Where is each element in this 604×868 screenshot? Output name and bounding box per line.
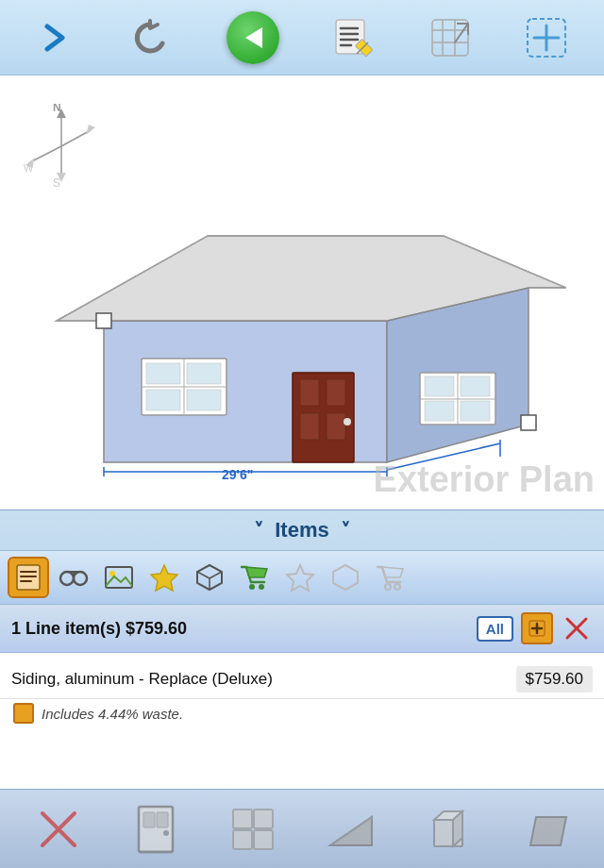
tool-button[interactable]	[428, 16, 472, 59]
svg-rect-96	[233, 810, 252, 828]
svg-marker-80	[287, 565, 313, 591]
expand-button[interactable]	[36, 19, 74, 57]
svg-rect-98	[233, 830, 252, 849]
svg-marker-105	[530, 817, 566, 845]
delete-bottom-button[interactable]	[30, 801, 87, 858]
list-button[interactable]	[332, 16, 376, 59]
svg-text:W: W	[24, 162, 34, 174]
svg-rect-47	[327, 379, 345, 406]
view-area: N S W	[0, 75, 604, 509]
add-item-button[interactable]	[521, 612, 553, 644]
svg-rect-97	[254, 810, 273, 828]
bottom-toolbar	[0, 789, 604, 868]
svg-rect-55	[461, 376, 490, 396]
svg-point-78	[249, 584, 255, 590]
grid-bottom-button[interactable]	[225, 801, 281, 858]
svg-line-75	[197, 572, 210, 578]
svg-rect-44	[187, 390, 221, 410]
svg-rect-71	[106, 567, 132, 588]
image-tool-button[interactable]	[98, 557, 140, 598]
box-bottom-button[interactable]	[420, 801, 477, 858]
exterior-plan-label: Exterior Plan	[374, 459, 595, 500]
svg-rect-48	[300, 413, 319, 440]
chevron-left-icon[interactable]: ˅	[254, 519, 263, 542]
svg-point-82	[385, 584, 391, 590]
all-button[interactable]: All	[477, 616, 513, 642]
list-tool-button[interactable]	[8, 557, 49, 598]
svg-rect-43	[146, 390, 180, 410]
svg-rect-92	[143, 812, 155, 827]
house-3d: 29'6"	[38, 132, 566, 481]
svg-text:N: N	[53, 104, 61, 114]
svg-point-83	[394, 584, 400, 590]
svg-rect-41	[146, 363, 180, 384]
svg-line-14	[455, 24, 468, 42]
undo-button[interactable]	[126, 14, 174, 61]
dimension-label: 29'6"	[222, 467, 253, 482]
svg-rect-7	[432, 20, 468, 56]
box-tool-button[interactable]	[189, 557, 230, 598]
add-button[interactable]	[525, 16, 568, 59]
svg-marker-81	[333, 565, 358, 590]
svg-rect-56	[425, 401, 454, 421]
search-tool-button[interactable]	[53, 557, 94, 598]
svg-rect-37	[521, 415, 536, 430]
star-outline-tool-button[interactable]	[279, 557, 321, 598]
items-toolbar	[0, 550, 604, 605]
svg-rect-35	[96, 313, 111, 328]
play-button[interactable]	[226, 11, 279, 64]
ramp2-bottom-button[interactable]	[517, 801, 574, 858]
svg-line-76	[210, 572, 222, 578]
svg-point-67	[60, 572, 74, 585]
play-icon	[245, 27, 262, 48]
svg-point-68	[74, 572, 87, 585]
top-toolbar	[0, 0, 604, 75]
item-price: $759.60	[516, 666, 593, 693]
item-description: Siding, aluminum - Replace (Deluxe)	[11, 670, 516, 689]
items-header[interactable]: ˅ Items ˅	[0, 510, 604, 550]
waste-row: Includes 4.44% waste.	[0, 699, 604, 737]
waste-icon	[13, 703, 34, 724]
shape-bottom-button[interactable]	[323, 801, 379, 858]
line-items-summary: 1 Line item(s) $759.60	[11, 619, 469, 639]
waste-text: Includes 4.44% waste.	[42, 706, 183, 722]
cart-outline-tool-button[interactable]	[370, 557, 411, 598]
svg-point-79	[259, 584, 264, 590]
delete-button[interactable]	[561, 612, 593, 644]
chevron-right-icon[interactable]: ˅	[341, 519, 350, 542]
svg-rect-49	[327, 413, 345, 440]
box-outline-tool-button[interactable]	[325, 557, 366, 598]
svg-point-94	[163, 830, 169, 836]
line-items-row: 1 Line item(s) $759.60 All	[0, 605, 604, 653]
svg-rect-42	[187, 363, 221, 384]
item-row: Siding, aluminum - Replace (Deluxe) $759…	[0, 653, 604, 699]
cart-tool-button[interactable]	[234, 557, 276, 598]
door-bottom-button[interactable]	[127, 801, 184, 858]
svg-rect-99	[254, 830, 273, 849]
svg-rect-54	[425, 376, 454, 396]
svg-marker-73	[151, 565, 177, 591]
svg-rect-46	[300, 379, 319, 406]
svg-point-50	[344, 418, 351, 426]
items-panel: ˅ Items ˅	[0, 509, 604, 737]
svg-rect-93	[157, 812, 168, 827]
star-tool-button[interactable]	[143, 557, 185, 598]
svg-rect-57	[461, 401, 490, 421]
items-title: Items	[275, 518, 328, 542]
